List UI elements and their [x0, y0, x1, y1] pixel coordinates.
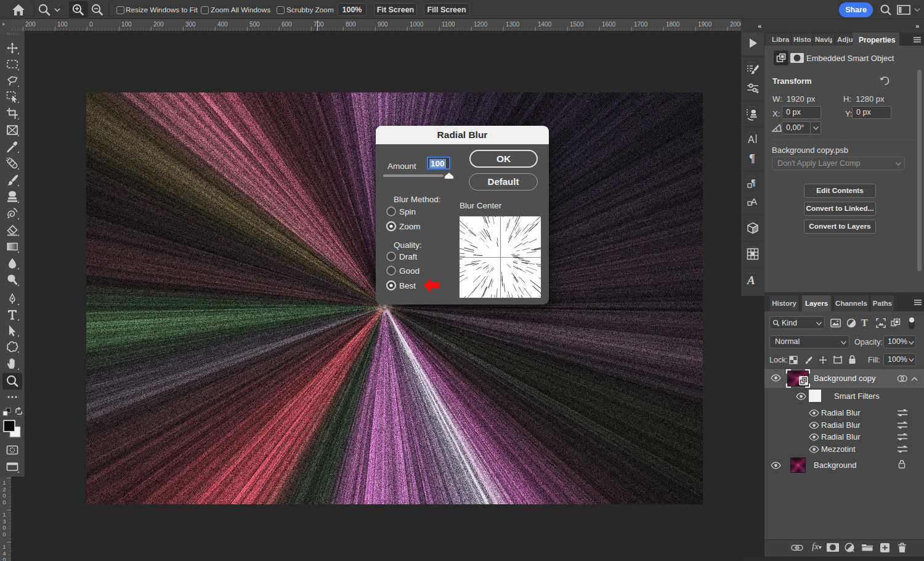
svg-text:¶: ¶ [749, 152, 755, 165]
svg-text:A: A [747, 274, 755, 287]
svg-text:A: A [748, 134, 755, 145]
